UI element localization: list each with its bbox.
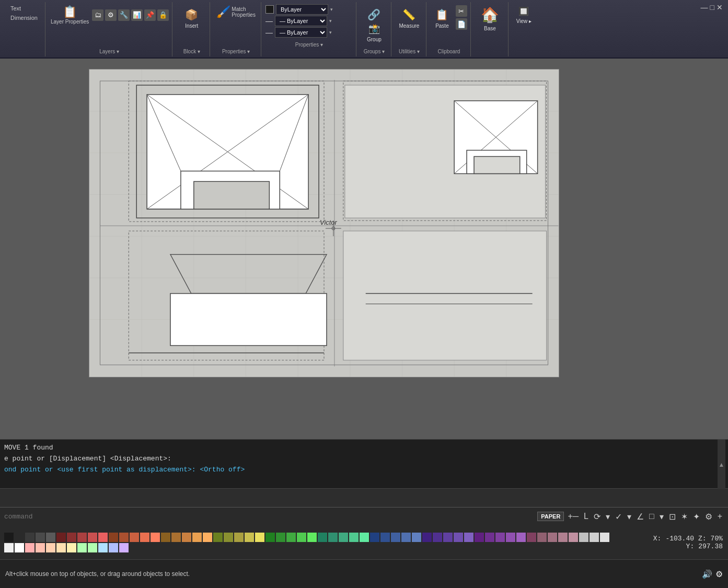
maximize-btn[interactable]: □: [710, 3, 714, 11]
palette-swatch-43[interactable]: [454, 533, 463, 542]
group-btn[interactable]: 🔗 📸: [363, 4, 386, 37]
palette-swatch-8[interactable]: [88, 533, 97, 542]
status-icon-rotate[interactable]: ⟳: [592, 512, 602, 522]
layer-properties-btn[interactable]: 📋 Layer Properties: [50, 4, 90, 26]
status-icon-star1[interactable]: ✶: [679, 512, 689, 522]
palette-swatch-68[interactable]: [109, 543, 118, 552]
palette-swatch-21[interactable]: [224, 533, 233, 542]
palette-swatch-3[interactable]: [36, 533, 45, 542]
palette-swatch-31[interactable]: [328, 533, 338, 542]
settings-icon[interactable]: ⚙: [715, 569, 723, 579]
palette-swatch-38[interactable]: [401, 533, 411, 542]
palette-swatch-17[interactable]: [182, 533, 191, 542]
layer-icon-6[interactable]: 🔒: [157, 9, 169, 21]
status-icon-plus-line[interactable]: +─: [566, 512, 580, 521]
layer-icon-2[interactable]: ⚙: [105, 9, 117, 21]
palette-swatch-48[interactable]: [506, 533, 515, 542]
speaker-icon[interactable]: 🔊: [702, 569, 712, 579]
layer-icon-5[interactable]: 📌: [144, 9, 156, 21]
palette-swatch-16[interactable]: [171, 533, 181, 542]
ribbon-text-btn[interactable]: Text: [7, 4, 24, 13]
palette-swatch-1[interactable]: [15, 533, 24, 542]
palette-swatch-49[interactable]: [516, 533, 526, 542]
status-icon-square[interactable]: □: [648, 512, 656, 521]
palette-swatch-5[interactable]: [56, 533, 66, 542]
palette-swatch-10[interactable]: [109, 533, 118, 542]
layer-icon-4[interactable]: 📊: [131, 9, 143, 21]
palette-swatch-36[interactable]: [380, 533, 390, 542]
status-icon-grid[interactable]: ⊡: [667, 512, 677, 522]
ribbon-dim-btn[interactable]: Dimension: [7, 14, 41, 22]
palette-swatch-67[interactable]: [98, 543, 108, 552]
palette-swatch-7[interactable]: [77, 533, 87, 542]
status-icon-drop1[interactable]: ▾: [604, 512, 611, 522]
view-btn[interactable]: 🔲: [513, 4, 534, 18]
palette-swatch-40[interactable]: [422, 533, 432, 542]
palette-swatch-45[interactable]: [475, 533, 484, 542]
layer-icon-3[interactable]: 🔧: [118, 9, 130, 21]
match-properties-btn[interactable]: 🖌️ Match Properties: [214, 4, 258, 20]
palette-swatch-46[interactable]: [485, 533, 494, 542]
status-icon-plus[interactable]: +: [716, 512, 724, 521]
canvas-area[interactable]: Victor: [0, 59, 728, 489]
palette-swatch-64[interactable]: [67, 543, 76, 552]
bylayer-dropdown-1[interactable]: ByLayer: [276, 4, 328, 15]
groups-sublabel[interactable]: Groups ▾: [364, 47, 385, 54]
base-btn[interactable]: 🏠: [478, 4, 502, 26]
palette-swatch-56[interactable]: [590, 533, 599, 542]
palette-swatch-20[interactable]: [213, 533, 223, 542]
status-icon-gear[interactable]: ⚙: [703, 512, 714, 522]
insert-btn[interactable]: 📦 Insert: [180, 4, 203, 31]
status-icon-l[interactable]: L: [582, 512, 590, 521]
palette-swatch-57[interactable]: [600, 533, 609, 542]
palette-swatch-69[interactable]: [119, 543, 129, 552]
palette-swatch-42[interactable]: [443, 533, 453, 542]
utilities-sublabel[interactable]: Utilities ▾: [399, 47, 420, 54]
palette-swatch-35[interactable]: [370, 533, 379, 542]
palette-swatch-33[interactable]: [349, 533, 359, 542]
palette-swatch-47[interactable]: [495, 533, 505, 542]
palette-swatch-19[interactable]: [203, 533, 212, 542]
paper-label[interactable]: PAPER: [537, 512, 564, 521]
palette-swatch-60[interactable]: [25, 543, 34, 552]
palette-swatch-11[interactable]: [119, 533, 129, 542]
palette-swatch-13[interactable]: [140, 533, 149, 542]
palette-swatch-65[interactable]: [77, 543, 87, 552]
palette-swatch-34[interactable]: [360, 533, 369, 542]
drawing-viewport[interactable]: Victor: [89, 69, 559, 377]
palette-swatch-28[interactable]: [297, 533, 306, 542]
props-group-label[interactable]: Properties ▾: [222, 47, 250, 54]
palette-swatch-44[interactable]: [464, 533, 473, 542]
palette-swatch-63[interactable]: [56, 543, 66, 552]
status-icon-drop2[interactable]: ▾: [626, 512, 633, 522]
bylayer-dropdown-3[interactable]: — ByLayer: [275, 27, 327, 38]
measure-btn[interactable]: 📏 Measure: [396, 4, 422, 31]
view-btn-label[interactable]: View ▸: [516, 18, 531, 24]
palette-swatch-26[interactable]: [276, 533, 285, 542]
command-input[interactable]: [4, 513, 161, 521]
status-icon-check[interactable]: ✓: [614, 512, 623, 522]
palette-swatch-39[interactable]: [412, 533, 421, 542]
bylayer-dropdown-2[interactable]: — ByLayer: [275, 16, 327, 26]
palette-swatch-25[interactable]: [265, 533, 275, 542]
clipboard-icon-2[interactable]: 📄: [456, 18, 467, 30]
palette-swatch-32[interactable]: [339, 533, 348, 542]
palette-swatch-66[interactable]: [88, 543, 97, 552]
palette-swatch-2[interactable]: [25, 533, 34, 542]
color-swatch-1[interactable]: [265, 5, 274, 14]
palette-swatch-61[interactable]: [36, 543, 45, 552]
status-icon-star2[interactable]: ✦: [691, 512, 701, 522]
palette-swatch-6[interactable]: [67, 533, 76, 542]
palette-swatch-27[interactable]: [286, 533, 296, 542]
palette-swatch-55[interactable]: [579, 533, 588, 542]
palette-swatch-50[interactable]: [527, 533, 536, 542]
palette-swatch-37[interactable]: [391, 533, 400, 542]
palette-swatch-52[interactable]: [548, 533, 557, 542]
palette-swatch-23[interactable]: [245, 533, 254, 542]
status-icon-angle[interactable]: ∠: [635, 512, 645, 522]
palette-swatch-22[interactable]: [234, 533, 244, 542]
minimize-btn[interactable]: —: [701, 3, 708, 11]
palette-swatch-24[interactable]: [255, 533, 264, 542]
status-icon-drop3[interactable]: ▾: [658, 512, 665, 522]
palette-swatch-54[interactable]: [569, 533, 578, 542]
